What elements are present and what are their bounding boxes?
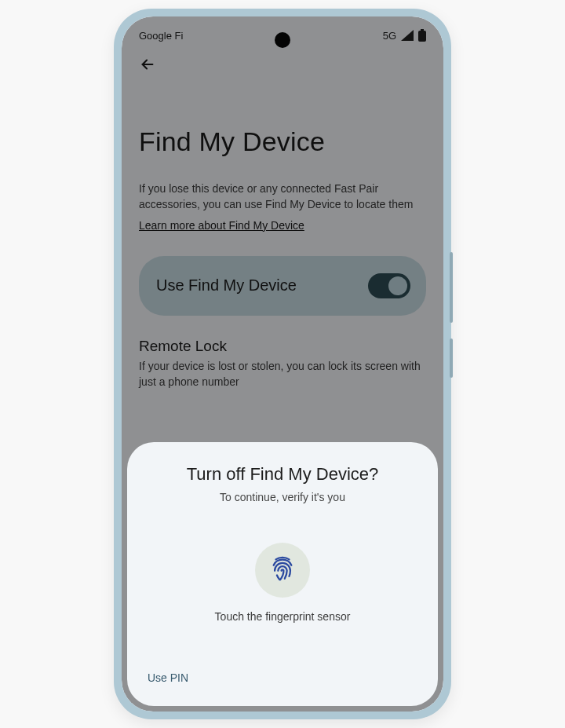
fingerprint-icon: [269, 555, 296, 585]
fingerprint-sensor-target[interactable]: [255, 543, 310, 598]
fingerprint-hint: Touch the fingerprint sensor: [144, 610, 421, 623]
sheet-subtitle: To continue, verify it's you: [144, 491, 421, 503]
auth-bottom-sheet: Turn off Find My Device? To continue, ve…: [127, 442, 438, 706]
sheet-title: Turn off Find My Device?: [144, 464, 421, 485]
volume-button: [450, 252, 453, 323]
power-button: [450, 338, 453, 378]
phone-frame: Google Fi 5G Find My Device If you lose …: [114, 9, 451, 719]
use-pin-button[interactable]: Use PIN: [144, 667, 191, 689]
phone-screen: Google Fi 5G Find My Device If you lose …: [122, 16, 443, 712]
